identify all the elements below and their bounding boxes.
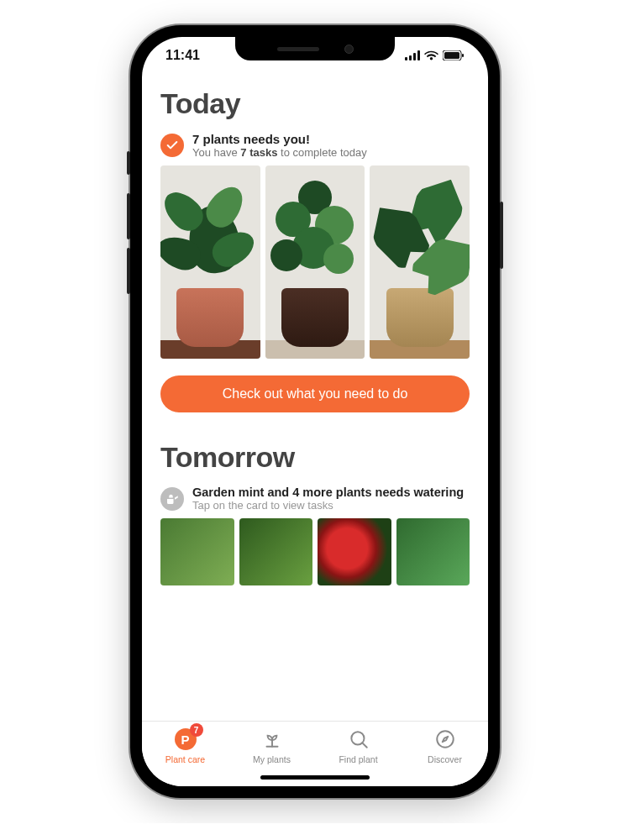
svg-rect-0 [405,57,407,60]
tab-my-plants[interactable]: My plants [228,727,315,764]
tomorrow-plants-row[interactable] [160,518,470,585]
tab-label: My plants [253,754,291,764]
today-title: 7 plants needs you! [192,132,367,146]
svg-rect-3 [417,50,420,60]
status-time: 11:41 [165,48,200,63]
plant-card[interactable] [265,165,365,359]
plant-card[interactable] [160,165,260,359]
plant-thumb[interactable] [396,518,470,585]
svg-rect-6 [462,54,464,57]
svg-rect-2 [413,53,416,60]
tab-discover[interactable]: Discover [402,727,488,764]
tab-badge: 7 [190,723,203,737]
check-icon [160,134,184,157]
svg-rect-1 [409,55,412,60]
svg-point-9 [437,731,454,748]
power-button [500,202,503,269]
plant-care-icon: P 7 [173,727,198,752]
tomorrow-summary[interactable]: Garden mint and 4 more plants needs wate… [160,486,470,512]
search-icon [346,727,371,752]
tab-label: Find plant [339,754,377,764]
tab-label: Discover [428,754,462,764]
screen: 11:41 Today 7 plants [142,37,488,786]
tab-label: Plant care [165,754,205,764]
compass-icon [433,727,458,752]
battery-icon [443,50,465,60]
tomorrow-title: Garden mint and 4 more plants needs wate… [192,486,464,499]
phone-frame: 11:41 Today 7 plants [130,25,500,798]
plant-card[interactable] [370,165,470,359]
cellular-icon [405,50,420,60]
today-plants-row[interactable] [160,165,470,359]
scroll-content[interactable]: Today 7 plants needs you! You have 7 tas… [142,74,488,721]
today-heading: Today [160,87,470,120]
mute-switch [127,151,130,175]
volume-down-button [127,248,130,294]
plant-thumb[interactable] [239,518,313,585]
wifi-icon [424,50,438,60]
tab-plant-care[interactable]: P 7 Plant care [142,727,228,764]
volume-up-button [127,193,130,239]
today-summary[interactable]: 7 plants needs you! You have 7 tasks to … [160,132,470,159]
tomorrow-subtitle: Tap on the card to view tasks [192,499,464,512]
plant-thumb[interactable] [160,518,234,585]
notch [235,37,395,60]
watering-can-icon [160,487,184,511]
today-cta-button[interactable]: Check out what you need to do [160,375,470,412]
sprout-icon [260,727,285,752]
home-indicator[interactable] [260,775,370,780]
tab-find-plant[interactable]: Find plant [315,727,402,764]
plant-thumb[interactable] [318,518,391,585]
today-subtitle: You have 7 tasks to complete today [192,146,367,159]
tomorrow-heading: Tomorrow [160,441,470,474]
svg-marker-10 [442,737,448,743]
svg-line-8 [362,743,366,747]
svg-rect-5 [444,52,459,59]
